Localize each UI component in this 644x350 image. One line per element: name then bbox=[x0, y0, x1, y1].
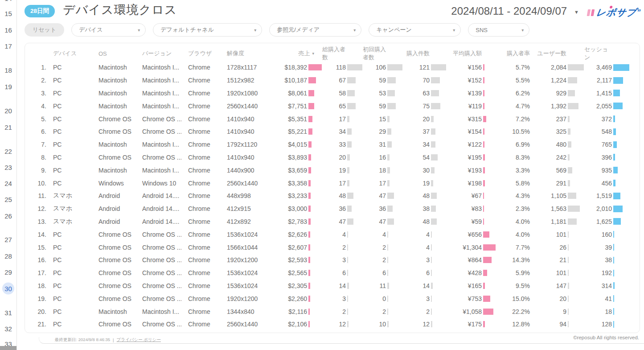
cell-resolution: 2560x1440 bbox=[220, 180, 274, 187]
cell-sessions: 1,519 bbox=[584, 192, 630, 199]
cell-device: PC bbox=[46, 154, 92, 161]
users-bar bbox=[568, 64, 584, 70]
cell-value: 2 bbox=[342, 244, 346, 251]
cell-version: Chrome OS ... bbox=[135, 269, 181, 276]
cell-value: 53 bbox=[379, 90, 386, 97]
sales-bar bbox=[308, 218, 311, 225]
gutter-row-15[interactable]: 15 bbox=[0, 8, 16, 20]
filter-dropdown-label: SNS bbox=[476, 27, 488, 33]
purchases-bar bbox=[431, 218, 437, 225]
cell-browser: Chrome bbox=[181, 115, 220, 123]
filter-dropdown-device[interactable]: デバイス▾ bbox=[71, 23, 146, 37]
cell-value: ¥193 bbox=[468, 167, 482, 174]
cell-buyer_rate: 22.2% bbox=[496, 308, 530, 315]
cell-browser: Chrome bbox=[181, 64, 220, 71]
cell-rank: 20. bbox=[30, 308, 46, 315]
gutter-row-28[interactable]: 28 bbox=[0, 250, 16, 262]
gutter-row-30[interactable]: 30 bbox=[0, 283, 16, 295]
reposub-logo[interactable]: レポサブ ” bbox=[586, 6, 641, 19]
sales-bar bbox=[308, 128, 312, 135]
cell-avg_purchase: ¥67 bbox=[447, 192, 496, 199]
privacy-policy-link[interactable]: プライバシー ポリシー bbox=[117, 337, 161, 343]
gutter-row-22[interactable]: 22 bbox=[0, 145, 16, 157]
chevron-down-icon: ▾ bbox=[521, 28, 524, 33]
col-header-sessions: セッション bbox=[584, 45, 630, 62]
logo-slash-icon bbox=[591, 9, 595, 16]
gutter-row-19[interactable]: 19 bbox=[0, 81, 16, 93]
filter-dropdown-label: デバイス bbox=[79, 26, 103, 34]
cell-value: 548 bbox=[602, 128, 612, 135]
cell-device: PC bbox=[46, 90, 92, 97]
purchases-bar bbox=[431, 244, 432, 251]
gutter-row-18[interactable]: 18 bbox=[0, 64, 16, 76]
purchases-bar bbox=[431, 90, 439, 96]
gutter-row-24[interactable]: 24 bbox=[0, 177, 16, 189]
cell-value: 14 bbox=[339, 282, 346, 289]
gutter-row-14[interactable]: 14 bbox=[0, 0, 16, 4]
sessions-bar bbox=[613, 64, 629, 71]
cell-value: $2,783 bbox=[288, 218, 307, 225]
cell-os: Chrome OS bbox=[92, 321, 135, 328]
cell-value: ¥67 bbox=[472, 192, 482, 199]
cell-value: 242 bbox=[556, 154, 566, 161]
cell-buyer_rate: 14.3% bbox=[496, 256, 530, 264]
users-bar bbox=[568, 283, 569, 289]
cell-purchases: 34 bbox=[403, 141, 447, 148]
filter-dropdown-sns[interactable]: SNS▾ bbox=[468, 23, 529, 37]
col-header-label: バージョン bbox=[142, 49, 172, 58]
cell-total_buyers: 12 bbox=[322, 321, 363, 328]
gutter-row-31[interactable]: 31 bbox=[0, 307, 16, 319]
gutter-row-17[interactable]: 17 bbox=[0, 40, 16, 52]
cell-value: 18 bbox=[605, 308, 612, 315]
total_buyers-bar bbox=[347, 321, 349, 327]
cell-version: Chrome OS ... bbox=[135, 256, 181, 264]
col-header-sales[interactable]: 売上▾ bbox=[274, 49, 322, 58]
gutter-row-27[interactable]: 27 bbox=[0, 234, 16, 246]
users-bar bbox=[568, 103, 578, 109]
purchases-bar bbox=[431, 141, 435, 148]
sales-bar bbox=[308, 257, 310, 263]
logo-text: レポサブ bbox=[595, 6, 637, 19]
cell-device: PC bbox=[46, 167, 92, 174]
gutter-row-25[interactable]: 25 bbox=[0, 194, 16, 206]
cell-resolution: 1920x1200 bbox=[220, 256, 274, 264]
sales-bar bbox=[308, 231, 310, 238]
reset-button[interactable]: リセット bbox=[25, 23, 64, 37]
date-range-selector[interactable]: 2024/08/11 - 2024/09/07 ▼ bbox=[451, 5, 579, 17]
gutter-row-32[interactable]: 32 bbox=[0, 323, 16, 335]
cell-os: Macintosh bbox=[92, 90, 135, 97]
gutter-row-21[interactable]: 21 bbox=[0, 121, 16, 133]
gutter-row-23[interactable]: 23 bbox=[0, 161, 16, 173]
cell-resolution: 1410x940 bbox=[220, 128, 274, 135]
filter-dropdown-default-channel[interactable]: デフォルトチャネル▾ bbox=[153, 23, 262, 37]
cell-value: ¥165 bbox=[468, 282, 482, 289]
cell-sales: $10,187 bbox=[274, 77, 322, 84]
cell-value: 20 bbox=[339, 154, 346, 161]
cell-value: 10 bbox=[379, 321, 386, 328]
filter-dropdown-campaign[interactable]: キャンペーン▾ bbox=[369, 23, 461, 37]
total_buyers-bar bbox=[347, 141, 352, 148]
gutter-row-20[interactable]: 20 bbox=[0, 105, 16, 117]
gutter-row-26[interactable]: 26 bbox=[0, 210, 16, 222]
cell-first_buyers: 11 bbox=[363, 282, 403, 289]
filter-dropdown-referrer-media[interactable]: 参照元/メディア▾ bbox=[269, 23, 361, 37]
cell-first_buyers: 18 bbox=[363, 167, 403, 174]
cell-resolution: 1920x1200 bbox=[220, 295, 274, 302]
total_buyers-bar bbox=[347, 218, 353, 225]
cell-value: 34 bbox=[422, 141, 430, 148]
col-header-os: OS bbox=[92, 50, 135, 57]
cell-value: $2,305 bbox=[288, 282, 307, 289]
cell-total_buyers: 3 bbox=[322, 256, 363, 264]
cell-version: Android 14.... bbox=[135, 192, 181, 199]
cell-buyer_rate: 15.0% bbox=[496, 295, 530, 302]
gutter-row-16[interactable]: 16 bbox=[0, 24, 16, 36]
cell-resolution: 1440x900 bbox=[220, 167, 274, 174]
chevron-down-icon: ▾ bbox=[254, 28, 256, 33]
table-row: 1.PCMacintoshMacintosh I...Chrome1728x11… bbox=[30, 61, 634, 74]
cell-sessions: 396 bbox=[584, 154, 630, 161]
cell-buyer_rate: 5.5% bbox=[496, 77, 530, 84]
cell-value: 20 bbox=[559, 295, 566, 302]
cell-purchases: 70 bbox=[403, 77, 447, 84]
cell-sales: $2,626 bbox=[274, 231, 322, 238]
gutter-row-29[interactable]: 29 bbox=[0, 266, 16, 278]
